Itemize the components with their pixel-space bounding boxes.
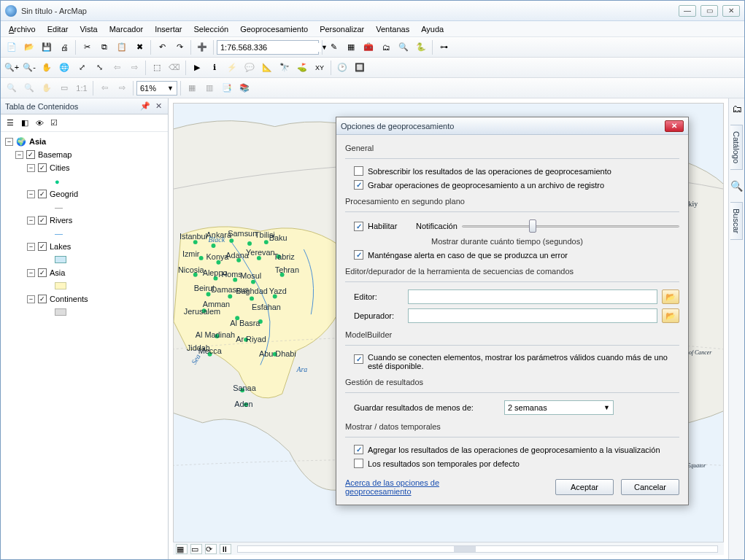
pin-icon[interactable]: 📌	[140, 101, 150, 112]
modelbuilder-icon[interactable]: ⊶	[436, 39, 452, 55]
menu-vista[interactable]: Vista	[74, 23, 102, 35]
tree-geogrid[interactable]: − Geogrid	[2, 187, 166, 201]
viewer-icon[interactable]: 🔲	[352, 60, 368, 76]
collapse-icon[interactable]: −	[27, 164, 35, 172]
pan-icon[interactable]: ✋	[39, 60, 55, 76]
delete-icon[interactable]: ✖	[131, 39, 147, 55]
browse-editor-button[interactable]: 📂	[662, 289, 679, 304]
modelbuilder-checkbox[interactable]	[354, 354, 363, 364]
python-icon[interactable]: 🐍	[413, 39, 429, 55]
layout-whole-icon[interactable]: ▭	[56, 80, 72, 96]
refresh-icon[interactable]: ⟳	[205, 544, 217, 554]
toolbox-icon[interactable]: 🧰	[360, 39, 377, 55]
tree-continents[interactable]: − Continents	[2, 292, 166, 306]
collapse-icon[interactable]: −	[5, 138, 13, 146]
select-features-icon[interactable]: ⬚	[149, 60, 165, 76]
change-layout-icon[interactable]: 📑	[219, 80, 235, 96]
notify-slider[interactable]	[462, 219, 679, 233]
catalog-icon[interactable]: 🗂	[378, 39, 394, 55]
undo-icon[interactable]: ↶	[154, 39, 170, 55]
layout-prev-icon[interactable]: ⇦	[96, 80, 112, 96]
full-extent-icon[interactable]: 🌐	[56, 60, 72, 76]
add-data-icon[interactable]: ➕	[194, 39, 210, 55]
enable-checkbox[interactable]	[354, 222, 363, 231]
cut-icon[interactable]: ✂	[79, 39, 95, 55]
toggle-draft-icon[interactable]: ▦	[184, 80, 200, 96]
collapse-icon[interactable]: −	[27, 190, 35, 198]
tree-root[interactable]: − 🌍 Asia	[2, 135, 166, 148]
menu-ventanas[interactable]: Ventanas	[371, 23, 414, 35]
collapse-icon[interactable]: −	[27, 217, 35, 225]
pause-icon[interactable]: ⏸	[220, 544, 231, 554]
layout-100-icon[interactable]: 1:1	[74, 80, 90, 96]
tree-rivers[interactable]: − Rivers	[2, 214, 166, 227]
keep-results-select[interactable]: 2 semanas ▼	[504, 400, 614, 415]
print-icon[interactable]: 🖨	[56, 39, 72, 55]
menu-editar[interactable]: Editar	[42, 23, 74, 35]
help-link[interactable]: Acerca de las opciones de geoprocesamien…	[345, 478, 462, 496]
menu-geoprocesamiento[interactable]: Geoprocesamiento	[235, 23, 313, 35]
cancel-button[interactable]: Cancelar	[621, 479, 679, 495]
prev-extent-icon[interactable]: ⇦	[109, 60, 125, 76]
horizontal-scrollbar[interactable]	[237, 545, 718, 553]
find-icon[interactable]: 🔭	[277, 60, 293, 76]
close-panel-icon[interactable]: ✕	[153, 101, 163, 112]
fixed-zoom-out-icon[interactable]: ⤡	[91, 60, 107, 76]
layer-checkbox[interactable]	[38, 190, 47, 198]
tree-lakes[interactable]: − Lakes	[2, 240, 166, 253]
maximize-button[interactable]: ▭	[700, 5, 718, 17]
menu-seleccion[interactable]: Selección	[188, 23, 233, 35]
editor-input[interactable]	[408, 289, 657, 304]
layer-checkbox[interactable]	[38, 268, 47, 277]
go-xy-icon[interactable]: XY	[312, 60, 328, 76]
new-icon[interactable]: 📄	[4, 39, 20, 55]
list-by-drawing-icon[interactable]: ☰	[4, 117, 17, 130]
zoom-in-icon[interactable]: 🔍+	[4, 60, 20, 76]
slider-thumb[interactable]	[529, 219, 536, 233]
html-popup-icon[interactable]: 💬	[242, 60, 258, 76]
layer-checkbox[interactable]	[26, 150, 35, 159]
browse-debugger-button[interactable]: 📂	[662, 308, 679, 323]
tree-cities[interactable]: − Cities	[2, 161, 166, 174]
list-by-source-icon[interactable]: ◧	[18, 117, 31, 130]
layout-view-icon[interactable]: ▭	[190, 544, 202, 554]
catalog-tab[interactable]: Catálogo	[730, 125, 743, 170]
measure-icon[interactable]: 📐	[259, 60, 275, 76]
log-checkbox[interactable]	[354, 180, 363, 190]
menu-ayuda[interactable]: Ayuda	[416, 23, 449, 35]
editor-toolbar-icon[interactable]: ✎	[325, 39, 341, 55]
fixed-zoom-in-icon[interactable]: ⤢	[74, 60, 90, 76]
layout-zoom-combo[interactable]: 61% ▼	[136, 81, 177, 96]
table-icon[interactable]: ▦	[343, 39, 359, 55]
collapse-icon[interactable]: −	[27, 295, 35, 303]
accept-button[interactable]: Aceptar	[555, 479, 614, 495]
data-view-icon[interactable]: ▦	[176, 544, 188, 554]
list-by-visibility-icon[interactable]: 👁	[33, 117, 46, 130]
layout-next-icon[interactable]: ⇨	[114, 80, 130, 96]
save-icon[interactable]: 💾	[39, 39, 55, 55]
layer-checkbox[interactable]	[38, 242, 47, 251]
layout-pan-icon[interactable]: ✋	[39, 80, 55, 96]
overwrite-checkbox[interactable]	[354, 166, 363, 176]
next-extent-icon[interactable]: ⇨	[126, 60, 142, 76]
scale-combo[interactable]: ▼	[217, 40, 319, 55]
clear-selection-icon[interactable]: ⌫	[166, 60, 182, 76]
dropdown-icon[interactable]: ▼	[167, 85, 174, 92]
close-button[interactable]: ✕	[722, 5, 740, 17]
layout-zoom-in-icon[interactable]: 🔍	[4, 80, 20, 96]
collapse-icon[interactable]: −	[15, 151, 23, 159]
layer-checkbox[interactable]	[38, 163, 47, 172]
search-tab[interactable]: Buscar	[730, 202, 743, 240]
zoom-out-icon[interactable]: 🔍-	[21, 60, 37, 76]
dialog-close-button[interactable]: ✕	[665, 120, 684, 132]
hyperlink-icon[interactable]: ⚡	[224, 60, 240, 76]
dialog-titlebar[interactable]: Opciones de geoprocesamiento ✕	[336, 117, 688, 135]
paste-icon[interactable]: 📋	[114, 39, 130, 55]
search-icon[interactable]: 🔍	[395, 39, 412, 55]
tree-asia-layer[interactable]: − Asia	[2, 266, 166, 279]
time-slider-icon[interactable]: 🕑	[334, 60, 350, 76]
data-driven-icon[interactable]: 📚	[236, 80, 252, 96]
add-results-checkbox[interactable]	[354, 445, 363, 454]
copy-icon[interactable]: ⧉	[96, 39, 112, 55]
minimize-button[interactable]: —	[679, 5, 696, 17]
